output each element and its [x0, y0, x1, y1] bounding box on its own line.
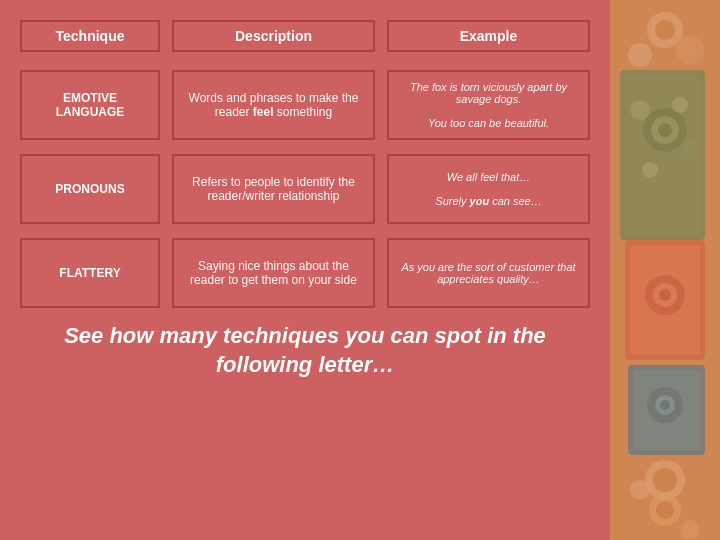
svg-point-15 [653, 468, 677, 492]
description-flattery-text: Saying nice things about the reader to g… [182, 259, 365, 287]
example-emotive-text: The fox is torn viciously apart by savag… [397, 81, 580, 129]
header-technique: Technique [20, 20, 160, 52]
technique-emotive: EMOTIVE LANGUAGE [20, 70, 160, 140]
row-emotive-language: EMOTIVE LANGUAGE Words and phrases to ma… [20, 70, 590, 140]
technique-pronouns: PRONOUNS [20, 154, 160, 224]
bottom-text: See how many techniques you can spot in … [20, 322, 590, 379]
content-area: Technique Description Example EMOTIVE LA… [0, 0, 610, 540]
description-emotive: Words and phrases to make the reader fee… [172, 70, 375, 140]
row-pronouns: PRONOUNS Refers to people to identify th… [20, 154, 590, 224]
svg-point-27 [656, 501, 674, 519]
example-flattery: As you are the sort of customer that app… [387, 238, 590, 308]
svg-point-10 [630, 100, 650, 120]
header-description: Description [172, 20, 375, 52]
svg-point-4 [676, 36, 704, 64]
header-example: Example [387, 20, 590, 52]
example-pronouns: We all feel that…Surely you can see… [387, 154, 590, 224]
svg-point-11 [680, 140, 700, 160]
decorative-right-panel [610, 0, 720, 540]
description-emotive-text: Words and phrases to make the reader fee… [182, 91, 365, 119]
example-flattery-text: As you are the sort of customer that app… [397, 261, 580, 285]
row-flattery: FLATTERY Saying nice things about the re… [20, 238, 590, 308]
svg-point-20 [659, 289, 671, 301]
svg-point-12 [642, 162, 658, 178]
header-row: Technique Description Example [20, 20, 590, 52]
svg-point-25 [660, 400, 670, 410]
description-flattery: Saying nice things about the reader to g… [172, 238, 375, 308]
example-pronouns-text: We all feel that…Surely you can see… [435, 171, 541, 207]
technique-flattery: FLATTERY [20, 238, 160, 308]
description-pronouns: Refers to people to identify the reader/… [172, 154, 375, 224]
svg-point-13 [672, 97, 688, 113]
example-emotive: The fox is torn viciously apart by savag… [387, 70, 590, 140]
svg-point-2 [655, 20, 675, 40]
svg-point-3 [628, 43, 652, 67]
description-pronouns-text: Refers to people to identify the reader/… [182, 175, 365, 203]
svg-point-28 [630, 480, 650, 500]
svg-point-29 [680, 520, 700, 540]
svg-point-9 [658, 123, 672, 137]
